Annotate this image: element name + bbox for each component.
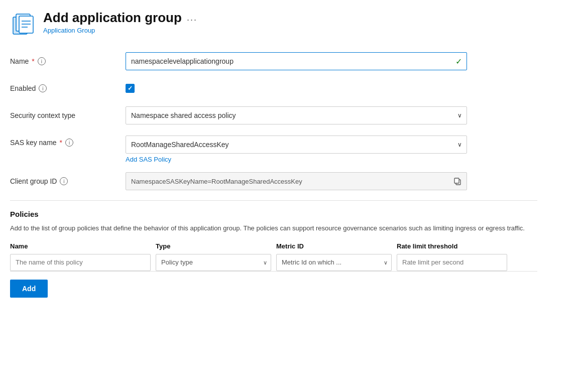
sas-key-name-row: SAS key name * i RootManageSharedAccessK… bbox=[10, 134, 537, 163]
policies-table-header: Name Type Metric ID Rate limit threshold bbox=[10, 242, 537, 254]
app-group-icon bbox=[10, 11, 36, 37]
policy-table-row: Policy type Throttling Policy ∨ Metric I… bbox=[10, 254, 537, 271]
security-context-type-wrapper: Namespace shared access policy ∨ bbox=[126, 106, 467, 124]
security-context-type-label: Security context type bbox=[10, 111, 126, 119]
name-input[interactable] bbox=[126, 52, 467, 70]
policies-section: Policies Add to the list of group polici… bbox=[10, 200, 537, 271]
policy-name-input[interactable] bbox=[10, 254, 151, 271]
add-sas-policy-link[interactable]: Add SAS Policy bbox=[126, 156, 467, 163]
sas-required-indicator: * bbox=[60, 139, 62, 147]
client-group-id-info-icon[interactable]: i bbox=[60, 177, 68, 185]
col-header-metric-id: Metric ID bbox=[276, 242, 392, 250]
rate-limit-input[interactable] bbox=[397, 254, 507, 271]
name-input-wrapper: ✓ bbox=[126, 52, 467, 70]
enabled-label: Enabled i bbox=[10, 84, 126, 92]
page-subtitle: Application Group bbox=[43, 27, 197, 34]
header-text-block: Add application group ... Application Gr… bbox=[43, 10, 197, 34]
policy-type-cell: Policy type Throttling Policy ∨ bbox=[156, 254, 271, 271]
page-header: Add application group ... Application Gr… bbox=[10, 10, 537, 37]
metric-id-select[interactable]: Metric Id on which ... IncomingMessages … bbox=[276, 254, 392, 271]
enabled-checkbox[interactable]: ✓ bbox=[126, 84, 135, 93]
add-button[interactable]: Add bbox=[10, 280, 48, 298]
name-info-icon[interactable]: i bbox=[38, 57, 46, 65]
security-context-type-select[interactable]: Namespace shared access policy bbox=[126, 106, 467, 124]
checkbox-check-icon: ✓ bbox=[128, 85, 133, 92]
footer: Add bbox=[10, 271, 537, 306]
enabled-info-icon[interactable]: i bbox=[39, 84, 47, 92]
sas-key-name-wrapper: RootManageSharedAccessKey ∨ Add SAS Poli… bbox=[126, 136, 467, 163]
svg-rect-7 bbox=[454, 178, 459, 183]
security-context-type-row: Security context type Namespace shared a… bbox=[10, 106, 537, 124]
name-label: Name * i bbox=[10, 57, 126, 65]
sas-key-name-select[interactable]: RootManageSharedAccessKey bbox=[126, 136, 467, 154]
page-title: Add application group bbox=[43, 10, 182, 26]
metric-id-cell: Metric Id on which ... IncomingMessages … bbox=[276, 254, 392, 271]
client-group-id-row: Client group ID i NamespaceSASKeyName=Ro… bbox=[10, 172, 537, 190]
policy-type-select[interactable]: Policy type Throttling Policy bbox=[156, 254, 271, 271]
col-header-name: Name bbox=[10, 242, 151, 250]
policies-description: Add to the list of group policies that d… bbox=[10, 223, 537, 233]
copy-icon[interactable] bbox=[453, 177, 461, 185]
policy-name-cell bbox=[10, 254, 151, 271]
client-group-id-label: Client group ID i bbox=[10, 177, 126, 185]
sas-info-icon[interactable]: i bbox=[65, 139, 73, 147]
enabled-row: Enabled i ✓ bbox=[10, 79, 537, 97]
name-row: Name * i ✓ bbox=[10, 52, 537, 70]
sas-key-name-label: SAS key name * i bbox=[10, 136, 126, 147]
client-group-id-value: NamespaceSASKeyName=RootManageSharedAcce… bbox=[131, 178, 302, 185]
main-form: Name * i ✓ Enabled i ✓ bbox=[10, 52, 537, 190]
col-header-type: Type bbox=[156, 242, 271, 250]
policies-title: Policies bbox=[10, 210, 537, 218]
required-indicator: * bbox=[32, 57, 34, 65]
rate-limit-cell bbox=[397, 254, 507, 271]
more-options-icon[interactable]: ... bbox=[187, 13, 197, 23]
svg-rect-2 bbox=[19, 16, 33, 33]
name-valid-icon: ✓ bbox=[455, 57, 462, 66]
client-group-id-wrapper: NamespaceSASKeyName=RootManageSharedAcce… bbox=[126, 172, 467, 190]
enabled-checkbox-wrapper: ✓ bbox=[126, 84, 467, 93]
col-header-rate-limit: Rate limit threshold bbox=[397, 242, 507, 250]
